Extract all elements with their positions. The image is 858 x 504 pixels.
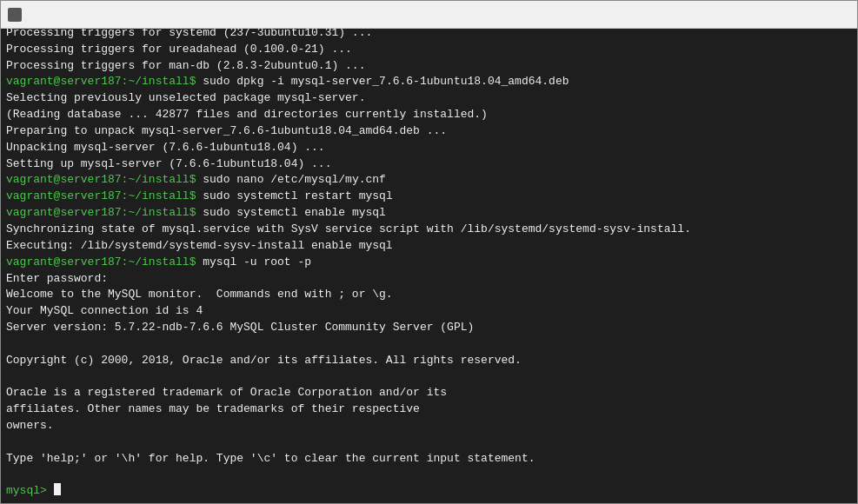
- terminal-prompt-line: vagrant@server187:~/install$ sudo system…: [6, 189, 852, 205]
- prompt-text: vagrant@server187:~/install$: [6, 255, 203, 271]
- terminal-line: Executing: /lib/systemd/systemd-sysv-ins…: [6, 238, 852, 255]
- terminal-output[interactable]: Created symlink /etc/systemd/system/mult…: [1, 29, 857, 503]
- terminal-line: Processing triggers for ureadahead (0.10…: [6, 42, 852, 58]
- close-button[interactable]: [810, 1, 850, 29]
- mysql-prompt-line: mysql>: [6, 483, 852, 500]
- terminal-line: Setting up mysql-server (7.6.6-1ubuntu18…: [6, 156, 852, 173]
- terminal-prompt-line: vagrant@server187:~/install$ mysql -u ro…: [6, 255, 852, 271]
- terminal-window: Created symlink /etc/systemd/system/mult…: [0, 0, 858, 504]
- prompt-text: vagrant@server187:~/install$: [6, 172, 203, 189]
- command-text: sudo nano /etc/mysql/my.cnf: [203, 172, 386, 189]
- command-text: sudo systemctl restart mysql: [203, 189, 392, 205]
- prompt-text: vagrant@server187:~/install$: [6, 74, 203, 90]
- mysql-prompt-text: mysql>: [6, 483, 54, 500]
- terminal-line: Processing triggers for systemd (237-3ub…: [6, 29, 852, 42]
- terminal-line: Copyright (c) 2000, 2018, Oracle and/or …: [6, 353, 852, 369]
- terminal-line: [6, 434, 852, 451]
- terminal-line: (Reading database ... 42877 files and di…: [6, 107, 852, 123]
- terminal-line: [6, 369, 852, 386]
- terminal-prompt-line: vagrant@server187:~/install$ sudo dpkg -…: [6, 74, 852, 90]
- terminal-line: affiliates. Other names may be trademark…: [6, 401, 852, 418]
- title-bar: [1, 1, 857, 29]
- command-text: mysql -u root -p: [203, 255, 311, 271]
- terminal-line: Synchronizing state of mysql.service wit…: [6, 222, 852, 238]
- window-icon: [8, 8, 22, 22]
- window-controls: [730, 1, 850, 29]
- prompt-text: vagrant@server187:~/install$: [6, 189, 203, 205]
- terminal-line: Server version: 5.7.22-ndb-7.6.6 MySQL C…: [6, 320, 852, 336]
- terminal-line: Type 'help;' or '\h' for help. Type '\c'…: [6, 451, 852, 468]
- terminal-line: Selecting previously unselected package …: [6, 90, 852, 107]
- terminal-line: Oracle is a registered trademark of Orac…: [6, 385, 852, 401]
- command-text: sudo systemctl enable mysql: [203, 205, 386, 222]
- terminal-line: [6, 468, 852, 484]
- terminal-line: Processing triggers for man-db (2.8.3-2u…: [6, 58, 852, 75]
- terminal-prompt-line: vagrant@server187:~/install$ sudo system…: [6, 205, 852, 222]
- terminal-line: Welcome to the MySQL monitor. Commands e…: [6, 287, 852, 303]
- terminal-prompt-line: vagrant@server187:~/install$ sudo nano /…: [6, 172, 852, 189]
- prompt-text: vagrant@server187:~/install$: [6, 205, 203, 222]
- minimize-button[interactable]: [730, 1, 770, 29]
- terminal-line: Preparing to unpack mysql-server_7.6.6-1…: [6, 123, 852, 140]
- maximize-button[interactable]: [770, 1, 810, 29]
- command-text: sudo dpkg -i mysql-server_7.6.6-1ubuntu1…: [203, 74, 569, 90]
- terminal-line: Your MySQL connection id is 4: [6, 303, 852, 320]
- cursor: [54, 483, 61, 495]
- terminal-line: [6, 336, 852, 353]
- terminal-line: owners.: [6, 418, 852, 434]
- terminal-line: Unpacking mysql-server (7.6.6-1ubuntu18.…: [6, 140, 852, 156]
- svg-rect-0: [10, 11, 19, 18]
- terminal-line: Enter password:: [6, 271, 852, 288]
